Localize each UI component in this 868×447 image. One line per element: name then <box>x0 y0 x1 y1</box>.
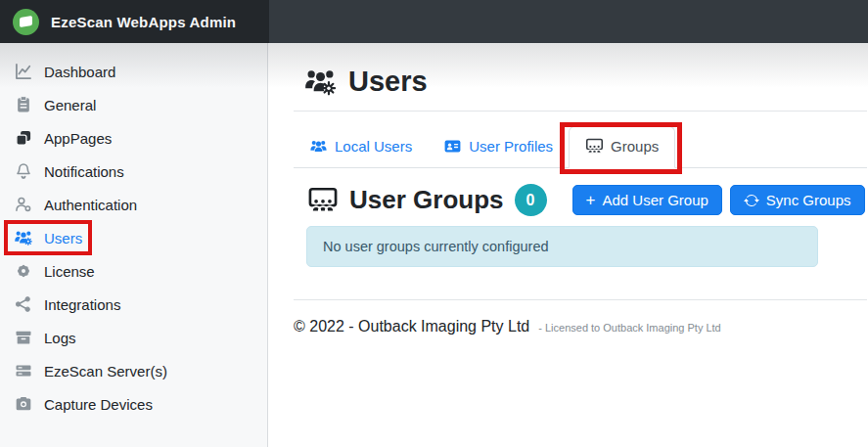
sync-groups-button[interactable]: Sync Groups <box>730 185 865 215</box>
share-nodes-icon <box>14 294 33 314</box>
bell-icon <box>14 161 33 181</box>
sidebar: Dashboard General AppPages Notifications… <box>0 43 268 447</box>
archive-box-icon <box>14 328 33 347</box>
tab-groups[interactable]: Groups <box>569 126 675 168</box>
title-divider <box>294 111 867 112</box>
add-user-group-button[interactable]: + Add User Group <box>572 185 722 215</box>
tab-user-profiles[interactable]: User Profiles <box>428 127 569 167</box>
screen-users-icon <box>585 137 604 156</box>
sidebar-item-label: EzeScan Server(s) <box>44 363 167 380</box>
add-user-group-label: Add User Group <box>602 192 708 208</box>
sidebar-item-label: AppPages <box>44 130 112 147</box>
sidebar-item-label: Capture Devices <box>44 396 153 413</box>
ezescan-logo-icon <box>13 9 39 35</box>
sidebar-item-label: General <box>44 97 96 113</box>
footer: © 2022 - Outback Imaging Pty Ltd - Licen… <box>294 318 867 335</box>
sidebar-item-dashboard[interactable]: Dashboard <box>0 55 267 88</box>
plus-icon: + <box>586 192 596 208</box>
screen-users-icon <box>306 185 340 216</box>
id-card-icon <box>443 137 462 156</box>
page-title: Users <box>303 65 867 99</box>
top-bar-brand-area: EzeScan WebApps Admin <box>0 0 269 43</box>
sidebar-item-integrations[interactable]: Integrations <box>0 288 267 321</box>
page-title-text: Users <box>348 66 428 98</box>
top-bar: EzeScan WebApps Admin <box>0 0 868 43</box>
empty-groups-alert: No user groups currently configured <box>306 226 818 267</box>
groups-panel: User Groups 0 + Add User Group Sync Grou… <box>306 184 867 267</box>
sidebar-item-capture-devices[interactable]: Capture Devices <box>0 387 267 421</box>
user-key-icon <box>14 195 33 214</box>
tab-label: Local Users <box>335 138 412 155</box>
sidebar-item-label: Notifications <box>44 163 124 180</box>
users-gear-icon <box>303 65 338 99</box>
server-icon <box>14 361 33 380</box>
sidebar-item-authentication[interactable]: Authentication <box>0 188 267 221</box>
sidebar-item-label: Integrations <box>44 296 120 313</box>
user-groups-header: User Groups 0 + Add User Group Sync Grou… <box>306 184 867 216</box>
section-title: User Groups <box>349 185 504 215</box>
sync-icon <box>744 193 759 208</box>
group-count-badge: 0 <box>515 184 547 216</box>
sidebar-item-logs[interactable]: Logs <box>0 321 267 354</box>
users-gear-icon <box>14 228 33 247</box>
tab-label: Groups <box>611 138 659 155</box>
sidebar-item-apppages[interactable]: AppPages <box>0 121 267 155</box>
license-seal-icon <box>14 261 33 281</box>
sync-groups-label: Sync Groups <box>766 192 851 208</box>
sidebar-item-label: Users <box>44 230 82 246</box>
app-title: EzeScan WebApps Admin <box>51 14 236 30</box>
top-bar-spacer <box>269 0 868 43</box>
sidebar-item-label: Authentication <box>44 197 137 213</box>
sidebar-item-label: Dashboard <box>44 64 115 80</box>
sidebar-item-notifications[interactable]: Notifications <box>0 155 267 188</box>
tab-label: User Profiles <box>469 138 553 155</box>
sidebar-item-ezescan-servers[interactable]: EzeScan Server(s) <box>0 354 267 387</box>
footer-divider <box>294 299 867 300</box>
sidebar-item-label: Logs <box>44 330 76 346</box>
pages-icon <box>14 128 33 148</box>
camera-icon <box>14 394 33 414</box>
users-icon <box>309 137 328 156</box>
license-note: - Licensed to Outback Imaging Pty Ltd <box>538 322 721 334</box>
sidebar-item-license[interactable]: License <box>0 254 267 288</box>
sidebar-item-general[interactable]: General <box>0 88 267 121</box>
main-content: Users Local Users User Profiles Groups <box>269 43 868 447</box>
users-tab-bar: Local Users User Profiles Groups <box>294 126 867 168</box>
chart-line-icon <box>14 62 33 81</box>
copyright-text: © 2022 - Outback Imaging Pty Ltd <box>294 318 529 335</box>
clipboard-icon <box>14 95 33 114</box>
sidebar-item-users[interactable]: Users <box>0 221 267 254</box>
tab-local-users[interactable]: Local Users <box>294 127 428 167</box>
sidebar-item-label: License <box>44 263 95 280</box>
